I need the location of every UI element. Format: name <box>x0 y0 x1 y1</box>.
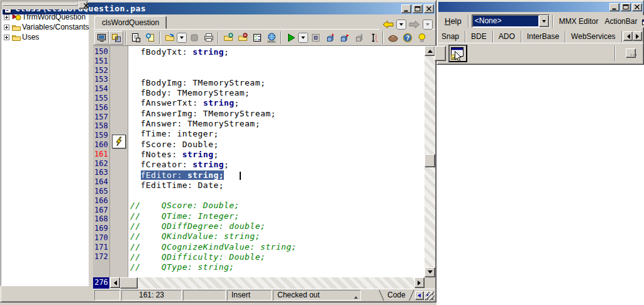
recent-files-button[interactable] <box>187 31 201 45</box>
explorer-close-button[interactable] <box>79 1 87 9</box>
resize-grip[interactable] <box>426 292 435 301</box>
toolbar-separator <box>159 31 160 44</box>
palette-tab-interbase[interactable]: InterBase <box>521 31 565 43</box>
code-line[interactable]: // QTime: Integer; <box>130 211 425 221</box>
minimize-button[interactable] <box>609 3 619 11</box>
code-line[interactable]: // QCognizeKindValue: string; <box>130 242 425 252</box>
open-file-dropdown[interactable] <box>177 33 187 43</box>
palette-tab-webservices[interactable]: WebServices <box>565 31 621 43</box>
program-pause-button[interactable] <box>308 31 323 45</box>
run-until-return-button[interactable] <box>352 31 366 45</box>
close-button[interactable] <box>424 4 434 13</box>
code-line[interactable] <box>130 191 425 201</box>
code-line[interactable]: fNotes: string; <box>130 150 425 160</box>
code-line[interactable]: fEditor: string; <box>130 170 425 180</box>
expand-toggle-icon[interactable] <box>4 14 9 20</box>
code-line[interactable]: // QDiffDegree: double; <box>130 221 425 231</box>
scroll-left-button[interactable] <box>110 277 120 288</box>
vertical-scroll-track[interactable] <box>425 56 435 267</box>
desktop-layout-combobox[interactable]: <None> <box>472 14 550 28</box>
expand-toggle-icon[interactable] <box>4 25 9 30</box>
pointer-tool-button[interactable] <box>435 46 446 61</box>
print-button[interactable] <box>201 31 216 45</box>
line-number: 154 <box>93 84 109 94</box>
code-line[interactable]: // QDifficulty: Double; <box>130 252 425 262</box>
run-button[interactable] <box>284 31 298 45</box>
code-line[interactable]: fScore: Double; <box>130 140 425 150</box>
code-line[interactable]: fAnswerTxt: string; <box>130 98 425 108</box>
code-line[interactable]: fBodyImg: TMemoryStream; <box>130 78 425 88</box>
code-line[interactable]: // QScore: Double; <box>130 201 425 211</box>
vertical-scroll-thumb[interactable] <box>425 154 435 167</box>
nav-back-dropdown[interactable] <box>396 19 406 30</box>
mmx-button[interactable] <box>386 31 400 45</box>
toolbar-separator <box>280 31 282 44</box>
palette-tab-ado[interactable]: ADO <box>493 31 521 43</box>
dropdown-arrow-icon[interactable] <box>354 294 358 299</box>
status-panel-161-23: 161: 23 <box>121 290 182 301</box>
trace-into-button[interactable] <box>323 31 337 45</box>
line-number: 153 <box>93 75 109 84</box>
scroll-up-button[interactable] <box>425 46 435 56</box>
code-text-area[interactable]: fBodyTxt: string; fBodyImg: TMemoryStrea… <box>128 46 425 277</box>
tip-button[interactable] <box>414 31 429 45</box>
horizontal-scroll-track[interactable] <box>120 277 414 289</box>
step-over-button[interactable] <box>337 31 352 45</box>
code-line[interactable]: fAnswer: TMemoryStream; <box>130 119 425 129</box>
scroll-down-button[interactable] <box>425 267 435 277</box>
code-line[interactable]: // QKindValue: string; <box>130 231 425 241</box>
maximize-button[interactable] <box>413 4 423 13</box>
folder-icon <box>11 33 22 42</box>
palette-tabs-scroll-right-button[interactable] <box>633 31 642 41</box>
palette-tab-snap[interactable]: Snap <box>438 31 465 43</box>
code-line[interactable]: fBody: TMemoryStream; <box>130 88 425 98</box>
cascade-windows-button[interactable] <box>640 15 644 28</box>
code-line[interactable]: fEditTime: Date; <box>130 180 425 191</box>
vertical-scrollbar[interactable] <box>425 46 435 277</box>
code-line[interactable]: fCreator: string; <box>130 160 425 170</box>
code-line[interactable] <box>130 68 425 78</box>
nav-back-button[interactable] <box>380 18 396 31</box>
combobox-dropdown-button[interactable] <box>539 15 549 27</box>
view-unit-button[interactable] <box>94 31 109 45</box>
palette-overflow-button[interactable]: ... <box>626 48 636 58</box>
gutter-icon-column <box>110 46 128 277</box>
web-deploy-button[interactable]: 10101 <box>264 31 279 45</box>
expand-toggle-icon[interactable] <box>4 35 9 40</box>
code-line[interactable]: fBodyTxt: string; <box>130 47 425 57</box>
new-unit-button[interactable] <box>128 31 143 45</box>
code-line[interactable]: fTime: integer; <box>130 129 425 139</box>
scroll-right-button[interactable] <box>414 277 425 288</box>
palette-tabs-scroll-left-button[interactable] <box>623 31 633 41</box>
minimize-button[interactable] <box>401 4 411 13</box>
add-to-project-button[interactable] <box>221 31 235 45</box>
code-line[interactable]: // QType: string; <box>130 262 425 272</box>
explorer-grab-handle[interactable] <box>3 4 78 6</box>
add-file-button[interactable] <box>143 31 157 45</box>
find-button[interactable] <box>366 31 380 45</box>
menu-item-help[interactable]: Help <box>441 15 465 27</box>
tree-item[interactable]: Uses <box>3 32 87 42</box>
code-segment: string <box>203 98 235 108</box>
tip-icon <box>417 33 427 43</box>
horizontal-scroll-thumb[interactable] <box>120 277 138 289</box>
tab-clsWordQuestion[interactable]: clsWordQuestion <box>94 16 167 29</box>
tree-item[interactable]: Variables/Constants <box>3 22 87 32</box>
code-line[interactable] <box>130 57 425 67</box>
open-file-button[interactable] <box>162 31 177 45</box>
ide-titlebar[interactable] <box>438 2 643 12</box>
run-dropdown[interactable] <box>298 33 308 43</box>
code-view-tab[interactable]: Code <box>379 290 414 301</box>
code-line[interactable]: fAnswerImg: TMemoryStream; <box>130 109 425 119</box>
view-form-button[interactable] <box>109 31 123 45</box>
close-button[interactable] <box>632 3 642 11</box>
palette-tab-bde[interactable]: BDE <box>465 31 493 43</box>
maximize-button[interactable] <box>621 3 631 11</box>
line-marker-box[interactable] <box>112 135 126 148</box>
remove-from-project-button[interactable] <box>235 31 250 45</box>
status-nav-back-button[interactable] <box>415 291 424 300</box>
nav-forward-button[interactable] <box>406 18 423 31</box>
help-button[interactable]: ? <box>400 31 414 45</box>
nav-forward-dropdown[interactable] <box>423 19 433 30</box>
todo-list-button[interactable] <box>250 31 264 45</box>
